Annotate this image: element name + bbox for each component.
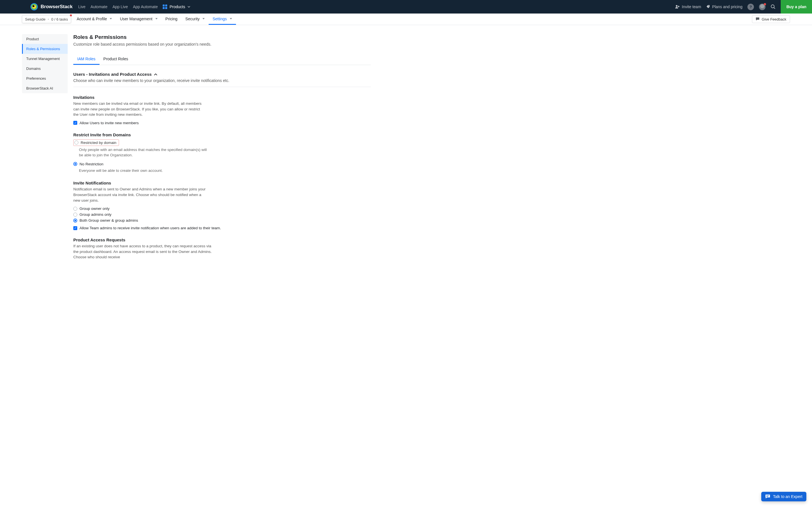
plans-pricing-label: Plans and pricing bbox=[712, 4, 742, 9]
notify-group-admins-only[interactable]: Group admins only bbox=[73, 212, 371, 217]
section-description: New members can be invited via email or … bbox=[73, 101, 206, 117]
secondary-tabs: Account & Profile User Management Pricin… bbox=[73, 13, 236, 25]
tab-user-management[interactable]: User Management bbox=[116, 13, 161, 25]
grid-icon bbox=[163, 4, 167, 9]
buy-plan-button[interactable]: Buy a plan bbox=[781, 0, 812, 13]
svg-point-0 bbox=[676, 5, 677, 7]
allow-users-invite-checkbox[interactable]: ✓ Allow Users to invite new members bbox=[73, 121, 371, 125]
tag-icon bbox=[706, 5, 710, 9]
separator: • bbox=[48, 17, 49, 21]
radio-label: Both Group owner & group admins bbox=[80, 218, 138, 223]
radio-selected-icon bbox=[73, 219, 77, 223]
top-nav-links: Live Automate App Live App Automate Prod… bbox=[78, 4, 190, 9]
chat-label: Talk to an Expert bbox=[773, 494, 802, 499]
checkbox-checked-icon: ✓ bbox=[73, 121, 77, 125]
give-feedback-button[interactable]: Give Feedback bbox=[752, 15, 790, 23]
settings-sidebar: Product Roles & Permissions Tunnel Manag… bbox=[22, 34, 68, 93]
accordion-header[interactable]: Users - Invitations and Product Access bbox=[73, 72, 371, 76]
sidebar-item-browserstack-ai[interactable]: BrowserStack AI bbox=[22, 83, 68, 93]
setup-guide-label: Setup Guide bbox=[25, 17, 45, 21]
alert-dot-icon bbox=[70, 14, 72, 16]
allow-team-admins-notification-checkbox[interactable]: ✓ Allow Team admins to receive invite no… bbox=[73, 226, 371, 230]
subtab-product-roles[interactable]: Product Roles bbox=[100, 54, 132, 65]
svg-point-2 bbox=[771, 5, 774, 8]
sidebar-item-product[interactable]: Product bbox=[22, 34, 68, 44]
tab-security[interactable]: Security bbox=[181, 13, 209, 25]
feedback-icon bbox=[756, 17, 760, 21]
setup-guide-progress: 0 / 6 tasks bbox=[51, 17, 68, 21]
help-icon: ? bbox=[750, 5, 752, 9]
sidebar-item-domains[interactable]: Domains bbox=[22, 64, 68, 73]
sidebar-item-label: Preferences bbox=[26, 76, 46, 80]
tab-label: Account & Profile bbox=[77, 17, 107, 21]
section-product-access-requests: Product Access Requests If an existing u… bbox=[73, 237, 371, 260]
sidebar-item-label: Tunnel Management bbox=[26, 57, 60, 61]
tab-pricing[interactable]: Pricing bbox=[161, 13, 182, 25]
products-dropdown[interactable]: Products bbox=[163, 4, 190, 9]
notification-dot-icon bbox=[764, 3, 766, 5]
svg-rect-4 bbox=[766, 496, 768, 497]
invite-team-label: Invite team bbox=[682, 4, 701, 9]
help-button[interactable]: ? bbox=[748, 4, 754, 10]
section-description: If an existing user does not have access… bbox=[73, 243, 214, 260]
chevron-down-icon bbox=[110, 18, 112, 19]
nav-app-live[interactable]: App Live bbox=[112, 4, 128, 9]
nav-app-automate[interactable]: App Automate bbox=[133, 4, 158, 9]
chevron-up-icon bbox=[154, 73, 157, 75]
sidebar-item-label: Domains bbox=[26, 66, 41, 71]
section-description: Notification email is sent to Owner and … bbox=[73, 186, 206, 203]
radio-label: Group owner only bbox=[80, 207, 110, 211]
notify-both-owner-admins[interactable]: Both Group owner & group admins bbox=[73, 218, 371, 223]
tab-account-profile[interactable]: Account & Profile bbox=[73, 13, 116, 25]
nav-automate[interactable]: Automate bbox=[91, 4, 107, 9]
chevron-down-icon bbox=[202, 18, 205, 19]
radio-label: Group admins only bbox=[80, 212, 111, 217]
give-feedback-label: Give Feedback bbox=[762, 17, 786, 21]
main-content: Roles & Permissions Customize role based… bbox=[73, 34, 371, 263]
radio-unselected-icon bbox=[74, 140, 79, 145]
account-avatar[interactable] bbox=[759, 4, 765, 10]
sidebar-item-label: BrowserStack AI bbox=[26, 86, 53, 91]
top-nav-right: Invite team Plans and pricing ? Buy a pl… bbox=[675, 0, 812, 13]
nav-live[interactable]: Live bbox=[78, 4, 86, 9]
radio-unselected-icon bbox=[73, 207, 77, 211]
chat-icon bbox=[765, 494, 770, 499]
section-title: Restrict Invite from Domains bbox=[73, 132, 371, 137]
plans-pricing-button[interactable]: Plans and pricing bbox=[706, 4, 742, 9]
buy-plan-label: Buy a plan bbox=[786, 4, 806, 9]
chat-widget[interactable]: Talk to an Expert bbox=[761, 492, 806, 501]
invite-team-button[interactable]: Invite team bbox=[675, 4, 701, 9]
section-title: Invite Notifications bbox=[73, 180, 371, 185]
accordion-title: Users - Invitations and Product Access bbox=[73, 72, 152, 76]
radio-selected-icon bbox=[73, 162, 77, 166]
notify-group-owner-only[interactable]: Group owner only bbox=[73, 207, 371, 211]
setup-guide-pill[interactable]: Setup Guide • 0 / 6 tasks bbox=[22, 15, 71, 23]
radio-unselected-icon bbox=[73, 213, 77, 217]
role-subtabs: IAM Roles Product Roles bbox=[73, 54, 371, 65]
chevron-down-icon bbox=[188, 6, 190, 8]
subtab-label: IAM Roles bbox=[77, 57, 96, 61]
page-subtitle: Customize role based access permissions … bbox=[73, 42, 371, 47]
sidebar-item-roles-permissions[interactable]: Roles & Permissions bbox=[22, 44, 68, 54]
search-button[interactable] bbox=[770, 4, 776, 9]
no-restriction-desc: Everyone will be able to create their ow… bbox=[79, 168, 211, 173]
tab-settings[interactable]: Settings bbox=[209, 13, 236, 25]
subtab-iam-roles[interactable]: IAM Roles bbox=[73, 54, 100, 65]
products-label: Products bbox=[169, 4, 185, 9]
sidebar-item-label: Product bbox=[26, 37, 39, 41]
restricted-by-domain-option[interactable]: Restricted by domain bbox=[73, 139, 119, 146]
sidebar-item-tunnel-management[interactable]: Tunnel Management bbox=[22, 54, 68, 64]
section-restrict-domains: Restrict Invite from Domains Restricted … bbox=[73, 132, 371, 173]
no-restriction-option[interactable]: No Restriction bbox=[73, 162, 371, 166]
tab-label: User Management bbox=[120, 17, 152, 21]
radio-label: Restricted by domain bbox=[81, 140, 116, 145]
brand[interactable]: BrowserStack bbox=[31, 3, 72, 10]
checkbox-label: Allow Team admins to receive invite noti… bbox=[80, 226, 221, 230]
secondary-nav: Setup Guide • 0 / 6 tasks Account & Prof… bbox=[0, 13, 812, 25]
sidebar-item-preferences[interactable]: Preferences bbox=[22, 73, 68, 83]
tab-label: Security bbox=[185, 17, 200, 21]
section-invite-notifications: Invite Notifications Notification email … bbox=[73, 180, 371, 230]
brand-logo-icon bbox=[31, 3, 38, 10]
chevron-down-icon bbox=[155, 18, 158, 19]
page-title: Roles & Permissions bbox=[73, 34, 371, 40]
